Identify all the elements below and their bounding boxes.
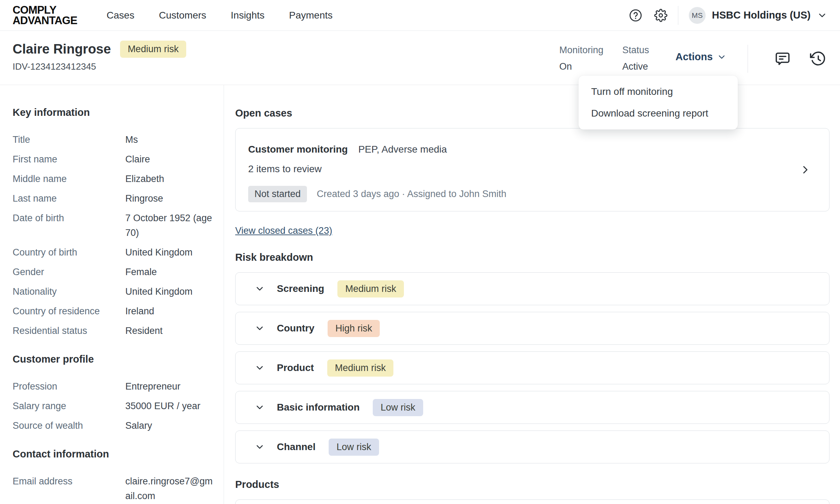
risk-badge: Medium risk xyxy=(327,359,394,377)
help-icon[interactable] xyxy=(629,9,642,22)
risk-badge: Medium risk xyxy=(337,280,404,298)
logo-line1: COMPLY xyxy=(13,5,77,15)
chevron-down-icon[interactable] xyxy=(254,442,265,452)
monitoring-label: Monitoring xyxy=(559,45,603,56)
field-value: Entrepreneur xyxy=(125,379,214,394)
nav-divider xyxy=(678,6,678,25)
content-area: Key information Title Ms First name Clai… xyxy=(0,85,840,504)
field-label: Middle name xyxy=(13,172,125,186)
open-cases-section: Open cases Customer monitoring PEP, Adve… xyxy=(235,107,830,236)
nav-item-customers[interactable]: Customers xyxy=(159,10,206,21)
section-title: Contact information xyxy=(13,448,217,460)
risk-breakdown-title: Risk breakdown xyxy=(235,252,830,263)
customer-profile-list: Profession Entrepreneur Salary range 350… xyxy=(13,379,217,433)
nav-right-group: MS HSBC Holdings (US) xyxy=(629,6,827,25)
actions-button[interactable]: Actions xyxy=(676,51,727,63)
key-information-list: Title Ms First name Claire Middle name E… xyxy=(13,132,217,338)
risk-row-country[interactable]: Country High risk xyxy=(235,312,830,345)
risk-row-label: Channel xyxy=(277,441,315,453)
settings-gear-icon[interactable] xyxy=(654,9,667,22)
chevron-down-icon[interactable] xyxy=(254,402,265,413)
risk-row-screening[interactable]: Screening Medium risk xyxy=(235,272,830,305)
case-status: Status Active xyxy=(622,45,649,72)
account-switcher[interactable]: MS HSBC Holdings (US) xyxy=(689,7,827,24)
view-closed-cases-link[interactable]: View closed cases (23) xyxy=(235,225,332,236)
key-information-section: Key information Title Ms First name Clai… xyxy=(13,107,217,338)
actions-dropdown-menu: Turn off monitoring Download screening r… xyxy=(579,76,738,130)
chevron-down-icon xyxy=(717,52,727,62)
monitoring-status: Monitoring On xyxy=(559,45,603,72)
case-meta-row: Not started Created 3 days ago · Assigne… xyxy=(248,186,784,202)
customer-profile-page: COMPLY ADVANTAGE Cases Customers Insight… xyxy=(0,0,840,504)
risk-breakdown-section: Risk breakdown Screening Medium risk Cou… xyxy=(235,252,830,463)
field-value: Female xyxy=(125,265,214,279)
case-title-row: Customer monitoring PEP, Adverse media xyxy=(248,144,784,155)
history-icon[interactable] xyxy=(809,50,826,67)
nav-item-payments[interactable]: Payments xyxy=(289,10,333,21)
risk-row-label: Product xyxy=(277,362,314,373)
field-value: 35000 EUR / year xyxy=(125,399,214,413)
products-title: Products xyxy=(235,479,830,490)
risk-row-label: Screening xyxy=(277,283,324,294)
chevron-down-icon[interactable] xyxy=(254,284,265,294)
header-divider xyxy=(748,45,748,73)
field-label: Gender xyxy=(13,265,125,279)
risk-row-channel[interactable]: Channel Low risk xyxy=(235,430,830,463)
menu-item-turn-off-monitoring[interactable]: Turn off monitoring xyxy=(579,83,738,101)
risk-row-product[interactable]: Product Medium risk xyxy=(235,351,830,384)
field-label: Country of residence xyxy=(13,304,125,318)
field-value: Ringrose xyxy=(125,191,214,206)
nav-item-cases[interactable]: Cases xyxy=(107,10,134,21)
customer-name: Claire Ringrose xyxy=(13,42,111,57)
field-value: United Kingdom xyxy=(125,245,214,260)
field-value-email: claire.ringrose7@gmail.com xyxy=(125,474,214,503)
chevron-down-icon[interactable] xyxy=(254,323,265,334)
field-value: Ms xyxy=(125,132,214,147)
field-label: Salary range xyxy=(13,399,125,413)
field-label: Date of birth xyxy=(13,211,125,240)
risk-rows: Screening Medium risk Country High risk … xyxy=(235,272,830,463)
comply-advantage-logo[interactable]: COMPLY ADVANTAGE xyxy=(13,5,77,26)
field-label: Email address xyxy=(13,474,125,503)
field-label: Source of wealth xyxy=(13,418,125,433)
chevron-down-icon[interactable] xyxy=(254,363,265,373)
contact-information-section: Contact information Email address claire… xyxy=(13,448,217,503)
case-type: Customer monitoring xyxy=(248,144,348,155)
field-value: United Kingdom xyxy=(125,284,214,299)
risk-row-label: Basic information xyxy=(277,402,359,413)
customer-profile-section: Customer profile Profession Entrepreneur… xyxy=(13,354,217,433)
contact-information-list: Email address claire.ringrose7@gmail.com xyxy=(13,474,217,503)
case-status-badge: Not started xyxy=(248,186,307,202)
chevron-down-icon xyxy=(817,10,827,21)
customer-details-sidebar: Key information Title Ms First name Clai… xyxy=(0,85,224,504)
field-label: Residential status xyxy=(13,323,125,338)
status-label: Status xyxy=(622,45,649,56)
chevron-right-icon[interactable] xyxy=(799,163,812,176)
field-value: Resident xyxy=(125,323,214,338)
nav-item-insights[interactable]: Insights xyxy=(231,10,265,21)
risk-badge: High risk xyxy=(328,320,380,337)
field-label: Country of birth xyxy=(13,245,125,260)
open-cases-title: Open cases xyxy=(235,107,830,119)
risk-row-label: Country xyxy=(277,323,314,334)
comments-icon[interactable] xyxy=(774,50,791,67)
monitoring-value: On xyxy=(559,61,603,72)
actions-label: Actions xyxy=(676,51,713,63)
primary-nav: Cases Customers Insights Payments xyxy=(107,10,333,21)
case-meta: Created 3 days ago · Assigned to John Sm… xyxy=(317,189,506,200)
status-value: Active xyxy=(622,61,649,72)
field-label: Title xyxy=(13,132,125,147)
customer-risk-badge: Medium risk xyxy=(120,41,187,58)
avatar: MS xyxy=(689,7,706,24)
products-card xyxy=(235,499,830,504)
field-value: Salary xyxy=(125,418,214,433)
risk-row-basic-information[interactable]: Basic information Low risk xyxy=(235,391,830,424)
open-case-card[interactable]: Customer monitoring PEP, Adverse media 2… xyxy=(235,128,830,211)
field-label: First name xyxy=(13,152,125,167)
section-title: Customer profile xyxy=(13,354,217,365)
field-label: Last name xyxy=(13,191,125,206)
menu-item-download-screening-report[interactable]: Download screening report xyxy=(579,104,738,122)
risk-badge: Low risk xyxy=(373,399,423,416)
products-section: Products xyxy=(235,479,830,504)
field-label: Nationality xyxy=(13,284,125,299)
